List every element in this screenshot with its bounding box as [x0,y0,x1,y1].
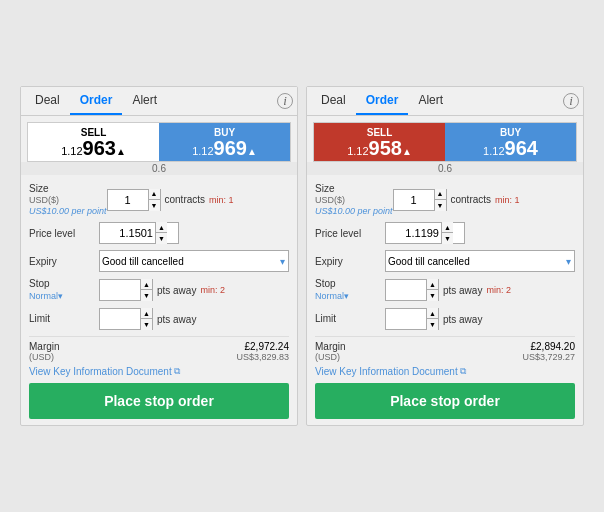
limit-controls: ▲ ▼ pts away [385,308,575,330]
margin-usd: US$3,729.27 [522,352,575,362]
stop-spin-down[interactable]: ▼ [427,290,438,301]
sell-price-cell[interactable]: SELL 1.12958▲ [314,123,445,161]
limit-spin-btns: ▲ ▼ [426,308,438,330]
price-level-spin-up[interactable]: ▲ [156,222,167,233]
stop-spin-down[interactable]: ▼ [141,290,152,301]
stop-normal-link[interactable]: Normal▾ [29,291,63,301]
size-row: SizeUSD($) US$10.00 per point ▲ ▼ contra… [29,183,289,217]
limit-spin-up[interactable]: ▲ [427,308,438,319]
divider [29,336,289,337]
stop-spin-up[interactable]: ▲ [141,279,152,290]
stop-row: Stop Normal▾ ▲ ▼ pts away min: 2 [315,278,575,302]
panels-container: DealOrderAlertiSELL 1.12963▲ BUY 1.12969… [8,74,596,439]
place-stop-order-button[interactable]: Place stop order [315,383,575,419]
price-level-label: Price level [29,228,99,239]
expiry-select-wrap: Good till cancelledGood till end of dayG… [99,250,289,272]
stop-spin-btns: ▲ ▼ [426,279,438,301]
info-icon[interactable]: i [563,93,579,109]
limit-input-spin: ▲ ▼ [385,308,439,330]
price-level-spin-down[interactable]: ▼ [156,233,167,244]
buy-price-cell[interactable]: BUY 1.12964 [445,123,576,161]
size-note: US$10.00 per point [315,206,393,217]
margin-usd: US$3,829.83 [236,352,289,362]
margin-sub: (USD) [29,352,60,362]
limit-input[interactable] [100,309,140,329]
limit-spin-down[interactable]: ▼ [427,319,438,330]
tab-bar: DealOrderAlerti [307,87,583,116]
buy-big: 969 [214,138,247,158]
price-level-row: Price level ▲ ▼ [29,222,289,244]
tab-alert[interactable]: Alert [122,87,167,115]
limit-input-spin: ▲ ▼ [99,308,153,330]
limit-row: Limit ▲ ▼ pts away [29,308,289,330]
tab-bar: DealOrderAlerti [21,87,297,116]
view-key-info-link[interactable]: View Key Information Document ⧉ [29,366,289,377]
view-key-info-link[interactable]: View Key Information Document ⧉ [315,366,575,377]
tab-order[interactable]: Order [356,87,409,115]
limit-spin-up[interactable]: ▲ [141,308,152,319]
price-level-spin-up[interactable]: ▲ [442,222,453,233]
stop-input-spin: ▲ ▼ [99,279,153,301]
price-row: SELL 1.12963▲ BUY 1.12969▲ [27,122,291,162]
margin-value: £2,972.24 US$3,829.83 [236,341,289,362]
size-input[interactable] [108,190,148,210]
expiry-row: Expiry Good till cancelledGood till end … [29,250,289,272]
spread-value: 0.6 [21,162,297,175]
buy-price-cell[interactable]: BUY 1.12969▲ [159,123,290,161]
margin-label: Margin (USD) [29,341,60,362]
price-level-spin-btns: ▲ ▼ [441,222,453,244]
price-row: SELL 1.12958▲ BUY 1.12964 [313,122,577,162]
sell-price-cell[interactable]: SELL 1.12963▲ [28,123,159,161]
stop-label: Stop Normal▾ [315,278,385,302]
tab-alert[interactable]: Alert [408,87,453,115]
stop-label: Stop Normal▾ [29,278,99,302]
margin-row: Margin (USD) £2,972.24 US$3,829.83 [29,341,289,362]
divider [315,336,575,337]
limit-pts: pts away [157,314,196,325]
stop-min: min: 2 [486,285,511,295]
price-level-input-wrap: ▲ ▼ [99,222,179,244]
expiry-chevron-icon: ▾ [277,256,288,267]
stop-input[interactable] [100,280,140,300]
size-spin-down[interactable]: ▼ [435,200,446,211]
limit-row: Limit ▲ ▼ pts away [315,308,575,330]
limit-spin-btns: ▲ ▼ [140,308,152,330]
size-label: SizeUSD($) US$10.00 per point [315,183,393,217]
spread-value: 0.6 [307,162,583,175]
size-input[interactable] [394,190,434,210]
size-label: SizeUSD($) US$10.00 per point [29,183,107,217]
price-level-input[interactable] [100,223,155,243]
price-level-spin-down[interactable]: ▼ [442,233,453,244]
limit-label: Limit [29,313,99,325]
place-stop-order-button[interactable]: Place stop order [29,383,289,419]
panel-right: DealOrderAlertiSELL 1.12958▲ BUY 1.12964… [306,86,584,427]
tab-deal[interactable]: Deal [311,87,356,115]
expiry-select[interactable]: Good till cancelledGood till end of dayG… [386,251,563,271]
price-level-label: Price level [315,228,385,239]
sell-price-value: 1.12963▲ [61,138,126,158]
buy-big: 964 [505,138,538,158]
stop-normal-link[interactable]: Normal▾ [315,291,349,301]
stop-controls: ▲ ▼ pts away min: 2 [99,279,289,301]
limit-spin-down[interactable]: ▼ [141,319,152,330]
size-spin-up[interactable]: ▲ [149,189,160,200]
margin-sub: (USD) [315,352,346,362]
stop-spin-up[interactable]: ▲ [427,279,438,290]
buy-price-value: 1.12964 [483,138,538,158]
size-row: SizeUSD($) US$10.00 per point ▲ ▼ contra… [315,183,575,217]
tab-deal[interactable]: Deal [25,87,70,115]
info-icon[interactable]: i [277,93,293,109]
stop-spin-btns: ▲ ▼ [140,279,152,301]
limit-label: Limit [315,313,385,325]
size-spin-down[interactable]: ▼ [149,200,160,211]
expiry-select[interactable]: Good till cancelledGood till end of dayG… [100,251,277,271]
margin-row: Margin (USD) £2,894.20 US$3,729.27 [315,341,575,362]
size-sub: USD($) [315,195,393,206]
tab-order[interactable]: Order [70,87,123,115]
size-spin-up[interactable]: ▲ [435,189,446,200]
price-level-input[interactable] [386,223,441,243]
stop-input[interactable] [386,280,426,300]
limit-input[interactable] [386,309,426,329]
stop-row: Stop Normal▾ ▲ ▼ pts away min: 2 [29,278,289,302]
sell-arrow: ▲ [116,146,126,157]
